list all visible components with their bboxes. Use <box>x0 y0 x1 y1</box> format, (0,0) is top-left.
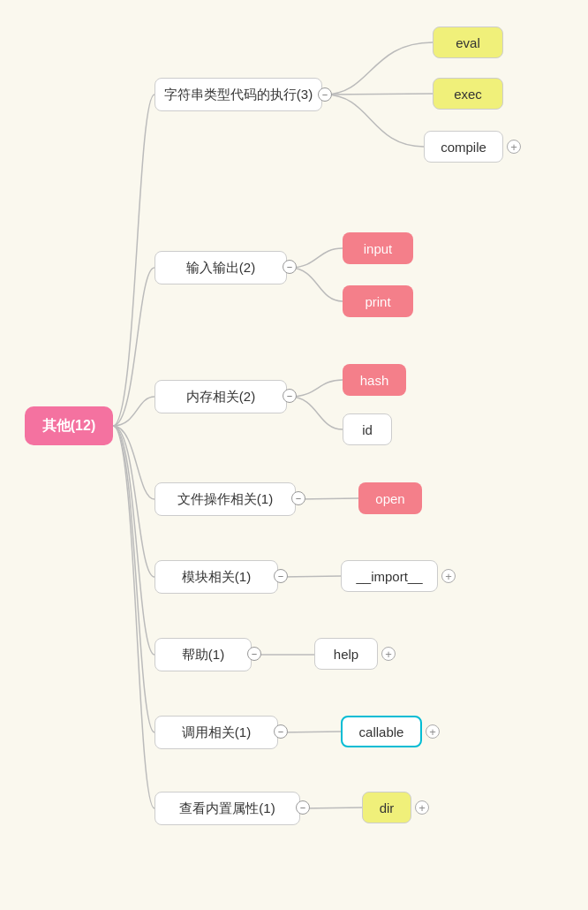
svg-line-4 <box>281 732 341 732</box>
cat2-connector[interactable]: − <box>283 260 297 274</box>
leaf-help[interactable]: help <box>314 638 378 670</box>
cat8-label: 查看内置属性(1) <box>179 800 275 817</box>
cat6-label: 帮助(1) <box>182 647 224 664</box>
svg-line-5 <box>303 808 362 808</box>
leaf-id-label: id <box>362 422 373 437</box>
leaf-print-label: print <box>365 294 390 309</box>
root-node: 其他(12) <box>25 406 113 445</box>
cat7-node[interactable]: 调用相关(1) <box>155 716 278 749</box>
cat5-label: 模块相关(1) <box>182 569 251 586</box>
leaf-callable-label: callable <box>359 724 404 739</box>
cat8-node[interactable]: 查看内置属性(1) <box>155 792 300 825</box>
leaf-dir-label: dir <box>380 800 395 815</box>
cat1-label: 字符串类型代码的执行(3) <box>164 87 313 103</box>
leaf-open[interactable]: open <box>358 482 422 514</box>
leaf-import[interactable]: __import__ <box>341 560 438 592</box>
cat5-connector[interactable]: − <box>274 569 288 583</box>
leaf-hash-label: hash <box>360 373 389 388</box>
root-label: 其他(12) <box>42 417 95 436</box>
cat7-label: 调用相关(1) <box>182 724 251 741</box>
dir-plus[interactable]: + <box>415 800 429 815</box>
svg-line-2 <box>281 576 341 577</box>
leaf-compile-label: compile <box>441 140 486 155</box>
svg-line-0 <box>325 94 433 95</box>
leaf-callable[interactable]: callable <box>341 716 422 747</box>
help-plus[interactable]: + <box>381 647 396 661</box>
leaf-dir[interactable]: dir <box>362 792 411 823</box>
cat4-node[interactable]: 文件操作相关(1) <box>155 482 296 516</box>
cat4-connector[interactable]: − <box>291 491 305 505</box>
leaf-print[interactable]: print <box>343 285 413 317</box>
mind-map: 其他(12) 字符串类型代码的执行(3) − eval exec compile… <box>0 0 588 910</box>
leaf-open-label: open <box>375 491 404 506</box>
cat1-connector[interactable]: − <box>318 87 332 102</box>
import-plus[interactable]: + <box>441 569 456 583</box>
cat2-node[interactable]: 输入输出(2) <box>155 251 287 284</box>
cat3-node[interactable]: 内存相关(2) <box>155 380 287 413</box>
cat3-label: 内存相关(2) <box>186 389 255 406</box>
cat2-label: 输入输出(2) <box>186 260 255 277</box>
leaf-eval-label: eval <box>456 35 480 50</box>
leaf-import-label: __import__ <box>356 569 422 584</box>
leaf-id[interactable]: id <box>343 413 392 445</box>
callable-plus[interactable]: + <box>426 724 440 739</box>
compile-plus[interactable]: + <box>507 140 521 154</box>
leaf-input-label: input <box>364 241 393 256</box>
cat4-label: 文件操作相关(1) <box>177 491 273 508</box>
leaf-exec-label: exec <box>454 87 482 102</box>
leaf-compile[interactable]: compile <box>424 131 503 163</box>
leaf-hash[interactable]: hash <box>343 364 406 396</box>
leaf-eval[interactable]: eval <box>433 27 503 58</box>
cat8-connector[interactable]: − <box>296 800 310 815</box>
cat6-connector[interactable]: − <box>247 647 261 661</box>
cat6-node[interactable]: 帮助(1) <box>155 638 252 671</box>
leaf-help-label: help <box>334 647 358 662</box>
svg-line-1 <box>298 498 358 499</box>
cat3-connector[interactable]: − <box>283 389 297 403</box>
leaf-exec[interactable]: exec <box>433 78 503 110</box>
cat5-node[interactable]: 模块相关(1) <box>155 560 278 594</box>
leaf-input[interactable]: input <box>343 232 413 264</box>
cat7-connector[interactable]: − <box>274 724 288 739</box>
cat1-node[interactable]: 字符串类型代码的执行(3) <box>155 78 322 111</box>
